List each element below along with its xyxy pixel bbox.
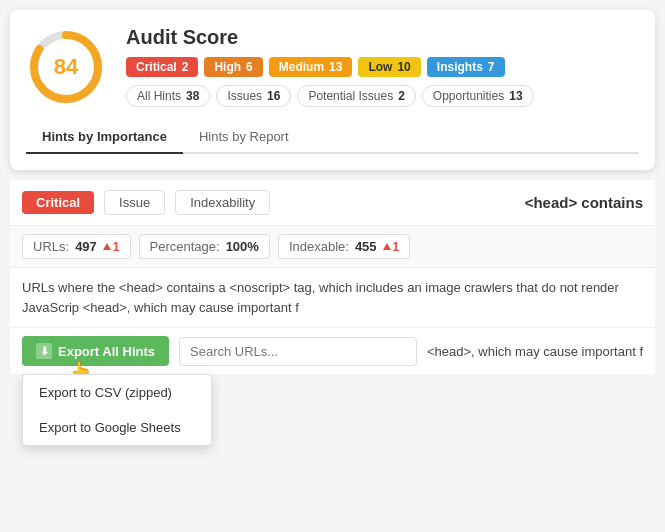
stat-indexable: Indexable: 455 1 — [278, 234, 410, 259]
audit-score: 84 — [54, 54, 78, 80]
toolbar-row: ⬇ Export All Hints <head>, which may cau… — [10, 328, 655, 374]
tab-hints-by-importance[interactable]: Hints by Importance — [26, 121, 183, 154]
up-arrow-icon-2 — [383, 243, 391, 250]
stats-row: URLs: 497 1 Percentage: 100% Indexable: … — [10, 226, 655, 268]
badge-high[interactable]: High 6 — [204, 57, 262, 77]
up-arrow-icon — [103, 243, 111, 250]
audit-card: 84 Audit Score Critical 2 High 6 Medium … — [10, 10, 655, 170]
header-right: Audit Score Critical 2 High 6 Medium 13 … — [126, 26, 639, 107]
hint-category: Indexability — [175, 190, 270, 215]
hint-header: Critical Issue Indexability <head> conta… — [10, 180, 655, 226]
badge-medium[interactable]: Medium 13 — [269, 57, 353, 77]
search-right-overflow-text: <head>, which may cause important f — [427, 344, 643, 359]
filter-all-hints[interactable]: All Hints 38 — [126, 85, 210, 107]
hint-title: <head> contains — [525, 194, 643, 211]
export-google-sheets-item[interactable]: Export to Google Sheets — [23, 410, 211, 445]
export-all-hints-button[interactable]: ⬇ Export All Hints — [22, 336, 169, 366]
filter-row: All Hints 38 Issues 16 Potential Issues … — [126, 85, 639, 107]
header-row: 84 Audit Score Critical 2 High 6 Medium … — [26, 26, 639, 107]
badge-insights[interactable]: Insights 7 — [427, 57, 505, 77]
tabs-row: Hints by Importance Hints by Report — [26, 121, 639, 154]
search-urls-input[interactable] — [179, 337, 417, 366]
hint-description: URLs where the <head> contains a <noscri… — [10, 268, 655, 328]
filter-potential-issues[interactable]: Potential Issues 2 — [297, 85, 415, 107]
export-icon: ⬇ — [36, 343, 52, 359]
filter-issues[interactable]: Issues 16 — [216, 85, 291, 107]
stat-urls: URLs: 497 1 — [22, 234, 131, 259]
badge-low[interactable]: Low 10 — [358, 57, 420, 77]
hint-tag[interactable]: Issue — [104, 190, 165, 215]
hint-severity-badge[interactable]: Critical — [22, 191, 94, 214]
badge-row: Critical 2 High 6 Medium 13 Low 10 Insig… — [126, 57, 639, 77]
donut-chart: 84 — [26, 27, 106, 107]
stat-urls-delta: 1 — [103, 240, 120, 254]
audit-title: Audit Score — [126, 26, 639, 49]
filter-opportunities[interactable]: Opportunities 13 — [422, 85, 534, 107]
stat-percentage: Percentage: 100% — [139, 234, 270, 259]
export-csv-item[interactable]: Export to CSV (zipped) — [23, 375, 211, 410]
content-area: Critical Issue Indexability <head> conta… — [10, 180, 655, 374]
badge-critical[interactable]: Critical 2 — [126, 57, 198, 77]
stat-indexable-delta: 1 — [383, 240, 400, 254]
export-dropdown-menu: Export to CSV (zipped) Export to Google … — [22, 374, 212, 446]
tab-hints-by-report[interactable]: Hints by Report — [183, 121, 305, 154]
